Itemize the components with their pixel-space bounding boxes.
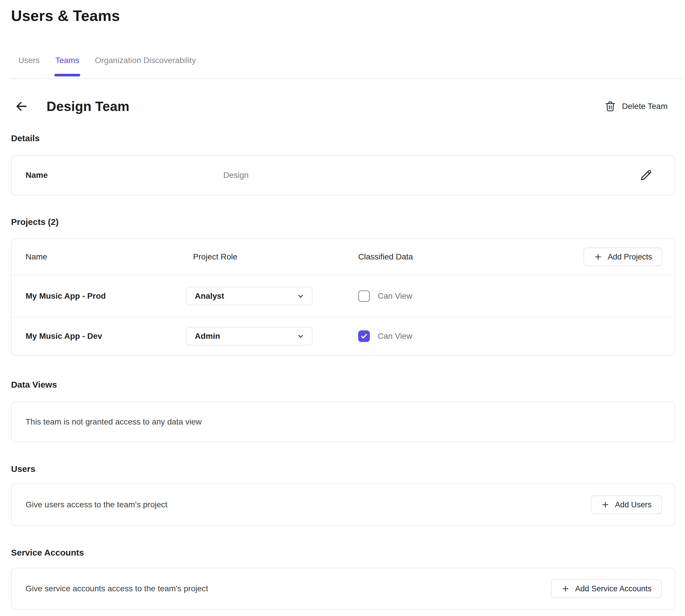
team-header: Design Team Delete Team [11,97,674,115]
name-value: Design [223,171,249,180]
project-role-value: Analyst [195,291,224,301]
back-button[interactable] [13,98,30,114]
add-projects-label: Add Projects [608,252,652,262]
data-views-card: This team is not granted access to any d… [11,401,675,442]
add-service-accounts-label: Add Service Accounts [575,584,651,593]
project-role-select[interactable]: Admin [186,327,313,346]
add-users-label: Add Users [615,500,651,509]
team-title: Design Team [46,98,129,114]
data-views-heading: Data Views [11,379,674,390]
delete-team-label: Delete Team [622,102,667,111]
tab-teams[interactable]: Teams [55,54,79,67]
classified-data-checkbox[interactable] [358,290,370,302]
add-users-button[interactable]: Add Users [591,496,662,514]
classified-data-checkbox[interactable] [358,330,370,342]
chevron-down-icon [297,332,304,340]
project-name: My Music App - Dev [26,332,186,341]
project-name: My Music App - Prod [26,291,186,301]
details-card: Name Design [11,155,675,195]
plus-icon [561,584,570,593]
project-row: My Music App - Dev Admin Can View [12,317,675,355]
users-empty-text: Give users access to the team's project [26,500,168,509]
users-card: Give users access to the team's project … [11,484,675,526]
can-view-label: Can View [378,291,412,301]
plus-icon [601,500,610,509]
add-service-accounts-button[interactable]: Add Service Accounts [551,579,662,598]
tab-organization-discoverability[interactable]: Organization Discoverability [95,54,196,67]
service-accounts-empty-text: Give service accounts access to the team… [26,584,208,593]
service-accounts-heading: Service Accounts [11,547,674,558]
column-classified-data: Classified Data [358,252,515,262]
column-name: Name [26,252,186,262]
page-title: Users & Teams [11,6,674,25]
users-heading: Users [11,464,674,474]
plus-icon [594,252,602,261]
projects-heading: Projects (2) [11,217,674,227]
project-row: My Music App - Prod Analyst Can View [12,275,675,317]
tab-users[interactable]: Users [18,54,40,67]
chevron-down-icon [297,292,304,300]
trash-icon [605,101,616,112]
tabs-divider-strong [10,79,213,79]
service-accounts-card: Give service accounts access to the team… [11,568,675,610]
delete-team-button[interactable]: Delete Team [605,101,667,112]
project-role-select[interactable]: Analyst [186,287,313,305]
arrow-left-icon [14,99,29,114]
data-views-empty-text: This team is not granted access to any d… [26,417,201,426]
projects-table: Name Project Role Classified Data Add Pr… [11,238,675,356]
project-role-value: Admin [195,332,220,341]
column-project-role: Project Role [186,252,358,262]
name-label: Name [26,171,223,180]
page: Users & Teams Users Teams Organization D… [0,0,685,616]
edit-name-button[interactable] [640,169,652,182]
pencil-icon [640,169,652,181]
details-heading: Details [11,133,674,144]
tab-bar: Users Teams Organization Discoverability [11,54,674,79]
add-projects-button[interactable]: Add Projects [583,247,662,266]
can-view-label: Can View [378,332,412,341]
projects-table-header: Name Project Role Classified Data Add Pr… [12,239,675,275]
